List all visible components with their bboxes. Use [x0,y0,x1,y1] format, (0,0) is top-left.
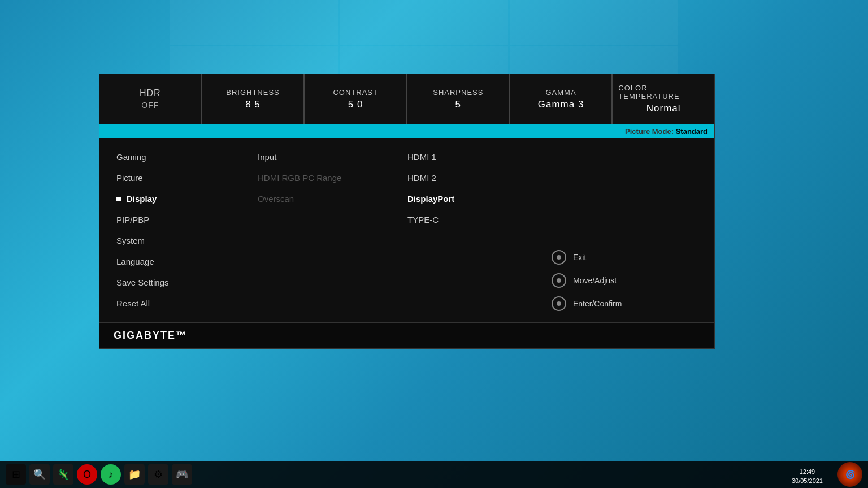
move-adjust-icon [552,273,566,288]
nav-item-gaming[interactable]: Gaming [99,146,246,167]
source-hdmi2[interactable]: HDMI 2 [407,167,526,188]
contrast-label: Contrast [333,88,378,97]
osd-navigation: Gaming Picture Display PIP/PBP System La [99,138,246,322]
source-displayport[interactable]: DisplayPort [407,188,526,209]
clock-date: 30/05/2021 [792,477,823,484]
osd-brightness-item[interactable]: Brightness 8 5 [202,74,305,124]
enter-confirm-label: Enter/Confirm [573,299,622,308]
brightness-value: 8 5 [245,99,261,110]
nav-label-system: System [116,236,145,245]
source-type-c[interactable]: TYPE-C [407,209,526,230]
nav-label-reset-all: Reset All [116,299,150,308]
taskbar-clock: 12:49 30/05/2021 [792,468,823,485]
nav-label-display: Display [127,194,157,204]
picture-mode-label: Picture Mode: [625,127,674,136]
picture-mode-value: Standard [676,127,708,136]
nav-label-pip-pbp: PIP/PBP [116,215,149,224]
osd-input-section: Input HDMI RGB PC Range Overscan [246,138,396,322]
gamma-value: Gamma 3 [538,99,584,110]
contrast-value: 5 0 [348,99,363,110]
brightness-label: Brightness [226,88,280,97]
type-c-label: TYPE-C [407,215,439,224]
control-exit: Exit [552,250,700,265]
taskbar-settings[interactable]: ⚙ [148,464,168,485]
nav-label-gaming: Gaming [116,152,146,162]
nav-item-language[interactable]: Language [99,251,246,272]
sharpness-label: Sharpness [433,88,483,97]
nav-label-language: Language [116,257,154,266]
nav-bullet-display [116,197,121,201]
overscan-item[interactable]: Overscan [258,188,384,209]
nav-item-system[interactable]: System [99,230,246,251]
hdmi-rgb-item[interactable]: HDMI RGB PC Range [258,167,384,188]
nav-item-save-settings[interactable]: Save Settings [99,272,246,293]
color-temp-label: Color Temperature [618,84,709,101]
taskbar-start-button[interactable]: ⊞ [6,464,26,485]
nav-item-picture[interactable]: Picture [99,167,246,188]
gamma-label: Gamma [545,88,576,97]
nav-item-display[interactable]: Display [99,188,246,209]
gigabyte-logo: GIGABYTE™ [114,330,700,342]
exit-label: Exit [573,253,586,262]
move-adjust-label: Move/Adjust [573,276,617,285]
input-item[interactable]: Input [258,146,384,167]
osd-contrast-item[interactable]: Contrast 5 0 [305,74,407,124]
exit-icon [552,250,566,265]
hdr-value: OFF [141,101,159,110]
taskbar-brand-logo: 🌀 [837,462,862,487]
osd-brand-bar: GIGABYTE™ [99,322,714,348]
osd-top-bar: HDR OFF Brightness 8 5 Contrast 5 0 Shar… [99,74,714,125]
nav-label-picture: Picture [116,173,143,183]
taskbar-app-game[interactable]: 🎮 [172,464,192,485]
osd-color-temp-item[interactable]: Color Temperature Normal [613,74,714,124]
taskbar-app-opera[interactable]: O [77,464,97,485]
displayport-label: DisplayPort [407,194,454,204]
nav-item-reset-all[interactable]: Reset All [99,293,246,314]
control-enter-confirm: Enter/Confirm [552,296,700,311]
osd-main-content: Gaming Picture Display PIP/PBP System La [99,138,714,322]
taskbar-app-gecko[interactable]: 🦎 [53,464,73,485]
taskbar: ⊞ 🔍 🦎 O ♪ 📁 ⚙ 🎮 12:49 30/05/2021 🌀 [0,461,868,488]
taskbar-app-spotify[interactable]: ♪ [101,464,121,485]
osd-sources-section: HDMI 1 HDMI 2 DisplayPort TYPE-C [396,138,537,322]
osd-controls-panel: Exit Move/Adjust Enter/Confirm [537,138,714,322]
color-temp-value: Normal [646,103,681,114]
nav-item-pip-pbp[interactable]: PIP/PBP [99,209,246,230]
enter-confirm-icon [552,296,566,311]
hdr-label: HDR [140,88,161,98]
source-hdmi1[interactable]: HDMI 1 [407,146,526,167]
input-label: Input [258,152,276,162]
picture-mode-bar: Picture Mode: Standard [99,125,714,138]
hdmi1-label: HDMI 1 [407,152,436,162]
overscan-label: Overscan [258,194,294,204]
osd-hdr-item[interactable]: HDR OFF [99,74,202,124]
osd-menu: HDR OFF Brightness 8 5 Contrast 5 0 Shar… [99,74,715,349]
clock-time: 12:49 [800,468,815,475]
nav-label-save-settings: Save Settings [116,278,169,287]
hdmi2-label: HDMI 2 [407,173,436,183]
osd-sharpness-item[interactable]: Sharpness 5 [407,74,510,124]
taskbar-file-explorer[interactable]: 📁 [124,464,145,485]
hdmi-rgb-label: HDMI RGB PC Range [258,173,341,183]
sharpness-value: 5 [455,99,461,110]
taskbar-search[interactable]: 🔍 [29,464,50,485]
control-move-adjust: Move/Adjust [552,273,700,288]
osd-gamma-item[interactable]: Gamma Gamma 3 [510,74,613,124]
